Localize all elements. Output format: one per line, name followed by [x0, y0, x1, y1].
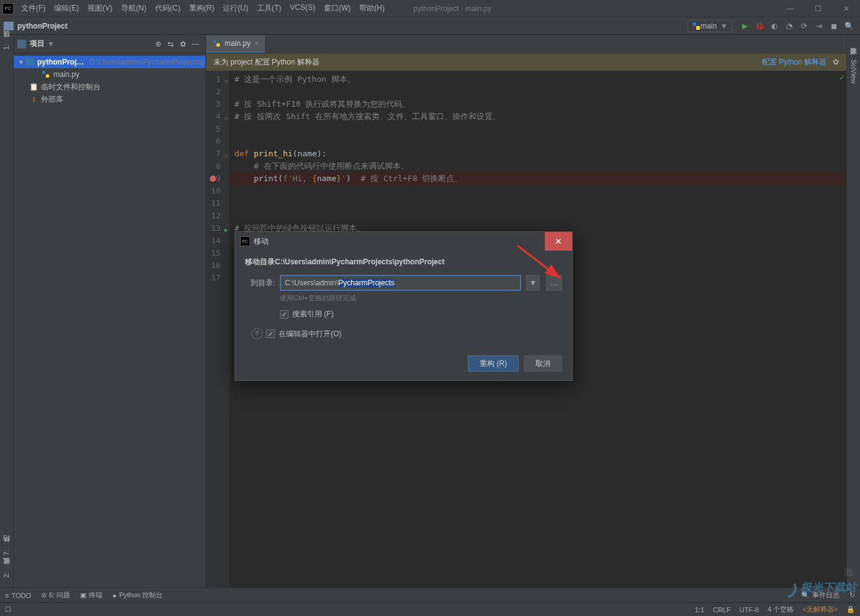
window-title: pythonProject - main.py	[413, 4, 491, 13]
breakpoint-icon[interactable]	[210, 176, 216, 182]
interpreter-warning-banner: 未为 project 配置 Python 解释器 配置 Python 解释器 ✿	[206, 53, 846, 71]
settings-icon[interactable]: ✿	[177, 38, 189, 50]
to-directory-input[interactable]: C:\Users\admin\PycharmProjects	[280, 275, 521, 291]
refactor-button[interactable]: 重构 (R)	[468, 355, 519, 372]
minimize-button[interactable]: —	[776, 0, 804, 17]
menu-edit[interactable]: 编辑(E)	[50, 1, 83, 16]
project-view-icon	[17, 40, 26, 48]
svg-rect-2	[42, 71, 45, 74]
tool-terminal[interactable]: ▣ 终端	[80, 591, 102, 600]
line-gutter[interactable]: 1⊟ 2 3 4⊟ 5 6 7⊟ 8 9 10 11 12 13▶ 14 15 …	[206, 71, 230, 587]
locate-icon[interactable]: ⊕	[152, 38, 164, 50]
dialog-app-icon: PC	[240, 236, 250, 246]
watermark: 极光下载站	[776, 578, 856, 599]
editor-tabs: main.py ×	[206, 35, 846, 53]
search-refs-label: 搜索引用 (F)	[292, 309, 334, 319]
tool-project-tab[interactable]: 1: 项目	[1, 37, 12, 55]
project-tree[interactable]: ▾ pythonProject C:\Users\admin\PycharmPr…	[14, 53, 205, 108]
path-history-dropdown[interactable]: ▼	[526, 275, 540, 291]
tree-project-root[interactable]: ▾ pythonProject C:\Users\admin\PycharmPr…	[14, 56, 205, 68]
tool-problems[interactable]: ⊘ 6: 问题	[41, 591, 70, 600]
help-icon[interactable]: ?	[251, 328, 262, 339]
python-file-icon	[42, 70, 50, 79]
status-line-sep[interactable]: CRLF	[713, 606, 731, 614]
tree-external-libs[interactable]: ⫴ 外部库	[14, 93, 205, 105]
menu-window[interactable]: 窗口(W)	[320, 1, 354, 16]
run-button[interactable]: ▶	[737, 19, 752, 33]
open-in-editor-checkbox[interactable]: ✓	[266, 329, 275, 338]
banner-gear-icon[interactable]: ✿	[833, 58, 839, 66]
debug-button[interactable]: 🐞	[752, 19, 767, 33]
project-tool-window: 项目 ▼ ⊕ ⇆ ✿ — ▾ pythonProject C:\Users\ad…	[14, 35, 206, 587]
menu-navigate[interactable]: 导航(N)	[117, 1, 150, 16]
dialog-title: 移动	[254, 236, 269, 247]
dialog-titlebar[interactable]: PC 移动 ✕	[235, 232, 572, 251]
dialog-heading: 移动目录C:\Users\admin\PycharmProjects\pytho…	[245, 257, 562, 267]
svg-rect-4	[213, 40, 216, 43]
menu-run[interactable]: 运行(U)	[219, 1, 252, 16]
dialog-close-button[interactable]: ✕	[545, 232, 572, 251]
main-menu[interactable]: 文件(F) 编辑(E) 视图(V) 导航(N) 代码(C) 重构(R) 运行(U…	[17, 1, 388, 16]
tree-file-label: main.py	[53, 70, 79, 79]
path-hint: 使用Ctrl+空格的路径完成	[280, 293, 562, 303]
svg-point-8	[778, 579, 795, 597]
breadcrumb-project[interactable]: pythonProject	[17, 22, 68, 30]
menu-bar: PC 文件(F) 编辑(E) 视图(V) 导航(N) 代码(C) 重构(R) 运…	[0, 0, 860, 17]
status-lock-icon[interactable]: 🔒	[846, 605, 855, 614]
status-indent[interactable]: 4 个空格	[768, 605, 794, 614]
tree-root-label: pythonProject	[37, 58, 87, 66]
tool-structure-tab[interactable]: 7: 结构	[1, 543, 12, 560]
svg-rect-5	[217, 43, 220, 47]
python-icon	[692, 22, 701, 30]
menu-tools[interactable]: 工具(T)	[253, 1, 285, 16]
status-icon[interactable]: ☐	[5, 605, 11, 614]
project-view-title: 项目	[30, 38, 45, 49]
move-dialog: PC 移动 ✕ 移动目录C:\Users\admin\PycharmProjec…	[235, 231, 573, 381]
tab-label: main.py	[225, 39, 251, 48]
libraries-icon: ⫴	[29, 94, 38, 104]
expand-all-icon[interactable]: ⇆	[164, 38, 177, 50]
left-tool-strip: 1: 项目 7: 结构 2: 收藏	[0, 35, 14, 587]
maximize-button[interactable]: ☐	[804, 0, 832, 17]
bottom-tool-bar: ≡ TODO ⊘ 6: 问题 ▣ 终端 ● Python 控制台 🔍 事件日志 …	[0, 587, 860, 602]
tab-close-icon[interactable]: ×	[254, 39, 259, 48]
menu-vcs[interactable]: VCS(S)	[286, 1, 319, 16]
inspection-ok-icon[interactable]: ✓	[839, 73, 845, 82]
status-encoding[interactable]: UTF-8	[740, 606, 759, 614]
stop-button[interactable]: ◼	[826, 19, 841, 33]
tool-favorites-tab[interactable]: 2: 收藏	[1, 565, 12, 583]
windows-activate-text: 激	[844, 566, 854, 579]
tree-scratches[interactable]: 📋 临时文件和控制台	[14, 81, 205, 93]
tool-python-console[interactable]: ● Python 控制台	[112, 591, 163, 600]
to-directory-label: 到目录:	[245, 278, 275, 288]
close-window-button[interactable]: ✕	[832, 0, 860, 17]
menu-code[interactable]: 代码(C)	[151, 1, 184, 16]
status-interpreter[interactable]: <无解释器>	[802, 605, 838, 614]
status-position[interactable]: 1:1	[695, 606, 704, 614]
attach-button[interactable]: ⇥	[812, 19, 826, 33]
tree-file-main[interactable]: main.py	[14, 68, 205, 81]
folder-icon	[25, 58, 34, 66]
browse-button[interactable]: …	[546, 275, 562, 291]
menu-view[interactable]: 视图(V)	[84, 1, 116, 16]
configure-interpreter-link[interactable]: 配置 Python 解释器	[762, 57, 826, 68]
hide-icon[interactable]: —	[189, 38, 202, 50]
concurrency-button[interactable]: ⟳	[797, 19, 812, 33]
cancel-button[interactable]: 取消	[524, 355, 562, 372]
tree-external-label: 外部库	[41, 94, 63, 105]
tool-todo[interactable]: ≡ TODO	[5, 592, 31, 599]
menu-file[interactable]: 文件(F)	[17, 1, 49, 16]
search-refs-checkbox[interactable]: ✓	[280, 310, 289, 319]
right-tool-strip: 数据库 SciView	[846, 35, 860, 587]
menu-refactor[interactable]: 重构(R)	[186, 1, 218, 16]
tool-database-tab[interactable]: 数据库	[848, 37, 859, 47]
search-everywhere-button[interactable]: 🔍	[841, 19, 856, 33]
run-gutter-icon[interactable]: ▶	[225, 224, 228, 236]
tab-main-py[interactable]: main.py ×	[206, 35, 265, 53]
run-config-label: main	[701, 22, 717, 30]
profile-button[interactable]: ◔	[782, 19, 797, 33]
menu-help[interactable]: 帮助(H)	[356, 1, 388, 16]
tool-sciview-tab[interactable]: SciView	[849, 55, 859, 89]
run-config-dropdown[interactable]: main ▼	[688, 20, 732, 32]
coverage-button[interactable]: ◐	[767, 19, 782, 33]
